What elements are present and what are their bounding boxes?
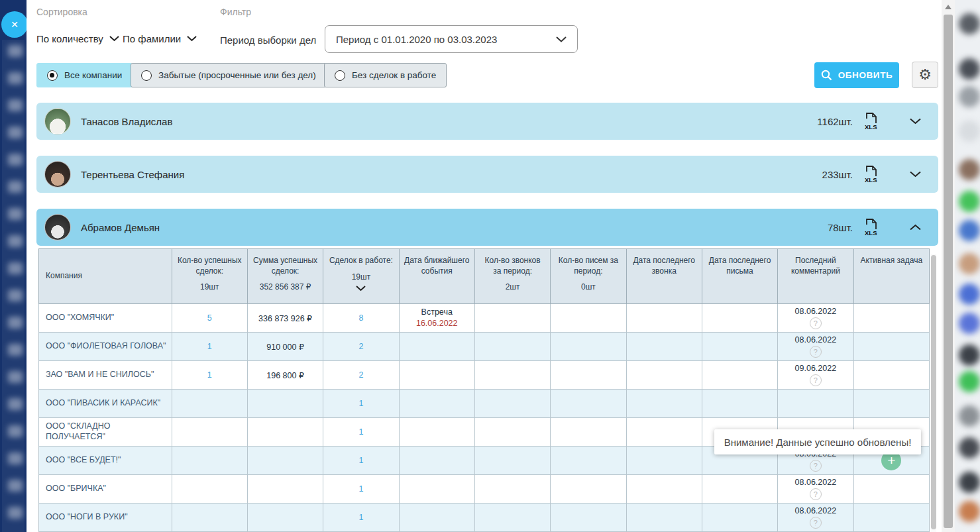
last-comment-cell: 08.06.2022? [778,475,853,504]
sidebar-icon-blurred[interactable] [8,181,23,193]
sidebar-icon-blurred[interactable] [8,371,23,383]
page-scrollbar[interactable] [942,0,955,532]
last-comment-cell: 09.06.2022? [778,361,853,390]
sidebar-icon-blurred[interactable] [8,507,23,519]
sidebar-icon-blurred[interactable] [8,425,23,437]
radio-no-deals[interactable]: Без сделок в работе [324,63,447,87]
comment-info-icon[interactable]: ? [810,517,822,529]
radio-unselected-icon [335,70,345,81]
sidebar-icon-blurred[interactable] [8,99,23,111]
success-count-cell [172,475,247,504]
chevron-down-icon[interactable] [910,118,921,125]
sort-by-surname-value: По фамилии [123,33,181,44]
deals-in-work-cell: 1 [323,418,399,447]
page-scrollbar-thumb[interactable] [944,15,953,528]
sidebar-icon-blurred[interactable] [8,290,23,301]
crm-activity-report-page: × Сортировка Фильтр По количеству По фам… [0,0,980,532]
sidebar-icon-blurred[interactable] [8,317,23,329]
sort-by-count-value: По количеству [36,33,103,44]
sidebar-icon-blurred[interactable] [8,262,23,274]
settings-button[interactable]: ⚙ [912,62,938,88]
sidebar-icon-blurred[interactable] [8,344,23,356]
scroll-up-arrow-icon[interactable] [945,5,952,9]
sidebar-icon-blurred[interactable] [8,208,23,220]
letters-count-cell [551,304,626,333]
blurred-avatar [959,345,980,366]
last-comment-date: 08.06.2022 [782,506,849,515]
sidebar-icon-blurred[interactable] [8,398,23,410]
deals-in-work-link[interactable]: 1 [358,456,363,465]
comment-info-icon[interactable]: ? [810,460,822,472]
manager-row-expanded[interactable]: Абрамов Демьян 78шт. XLS [36,209,938,246]
comment-info-icon[interactable]: ? [810,346,822,358]
deals-in-work-link[interactable]: 2 [358,370,363,380]
table-scrollbar[interactable] [931,254,936,532]
column-total: 2шт [478,282,547,292]
comment-info-icon[interactable]: ? [810,374,822,386]
success-count-cell [172,447,247,475]
refresh-button[interactable]: ОБНОВИТЬ [814,62,899,88]
radio-forgotten[interactable]: Забытые (просроченные или без дел) [131,63,327,87]
sidebar-icon-blurred[interactable] [8,154,23,166]
calls-count-cell [474,361,550,390]
last-call-date-cell [626,418,702,447]
deals-in-work-link[interactable]: 1 [358,484,363,494]
manager-row[interactable]: Танасов Владислав 1162шт. XLS [36,103,938,140]
company-name-cell[interactable]: ООО "ФИОЛЕТОВАЯ ГОЛОВА" [39,333,172,361]
deals-in-work-link[interactable]: 1 [358,427,363,437]
deals-in-work-link[interactable]: 1 [358,513,363,522]
column-header[interactable]: Сделок в работе:19шт [323,249,399,304]
company-name-cell[interactable]: ООО "ПИВАСИК И КАРАСИК" [39,390,172,418]
deals-in-work-link[interactable]: 8 [358,313,363,323]
success-count-link[interactable]: 1 [207,342,212,351]
letters-count-cell [551,447,626,475]
company-name-cell[interactable]: ООО "ВСЕ БУДЕТ!" [39,447,172,475]
period-select[interactable]: Период с 01.01.2020 по 03.03.2023 [325,25,578,53]
company-name-cell[interactable]: ООО "НОГИ В РУКИ" [39,504,172,532]
last-call-date-cell [626,504,702,532]
sort-desc-icon[interactable] [356,286,366,292]
sidebar-icon-blurred[interactable] [8,45,23,57]
sidebar-icon-blurred[interactable] [8,452,23,464]
company-name-cell[interactable]: ЗАО "ВАМ И НЕ СНИЛОСЬ" [39,361,172,390]
sort-by-count-select[interactable]: По количеству [36,33,119,44]
chevron-down-icon[interactable] [910,171,921,178]
company-name-cell[interactable]: ООО "БРИЧКА" [39,475,172,504]
deals-in-work-cell: 2 [323,333,399,361]
comment-info-icon[interactable]: ? [810,488,822,500]
sidebar-icon-blurred[interactable] [8,127,23,138]
calls-count-cell [474,304,550,333]
success-count-link[interactable]: 5 [207,313,212,323]
table-scrollbar-thumb[interactable] [931,255,936,529]
deals-in-work-link[interactable]: 2 [358,342,363,351]
success-count-link[interactable]: 1 [207,370,212,380]
sidebar-icon-blurred[interactable] [8,72,23,84]
success-count-cell [172,504,247,532]
last-call-date-cell [626,390,702,418]
company-name-cell[interactable]: ООО "СКЛАДНО ПОЛУЧАЕТСЯ" [39,418,172,447]
column-header-label: Дата ближайшего события [403,256,471,276]
manager-name: Танасов Владислав [81,116,172,127]
column-header-label: Сделок в работе: [327,256,395,266]
company-name-cell[interactable]: ООО "ХОМЯЧКИ" [39,304,172,333]
last-letter-date-cell [702,475,777,504]
calls-count-cell [474,447,550,475]
close-panel-button[interactable]: × [1,11,28,38]
export-xls-icon[interactable]: XLS [864,219,879,237]
export-xls-icon[interactable]: XLS [864,113,879,131]
deals-count: 233шт. [822,169,853,180]
deals-count: 1162шт. [817,116,853,127]
radio-all-companies[interactable]: Все компании [36,63,133,87]
deals-in-work-link[interactable]: 1 [358,399,363,408]
blurred-avatar [959,121,980,142]
sidebar-icon-blurred[interactable] [8,480,23,492]
next-event-cell [399,475,474,504]
column-header: Кол-во писем за период:0шт [551,249,626,304]
table-row: ООО "БРИЧКА"108.06.2022? [39,475,930,504]
manager-row[interactable]: Терентьева Стефания 233шт. XLS [36,156,938,193]
export-xls-icon[interactable]: XLS [864,166,879,184]
sort-by-surname-select[interactable]: По фамилии [123,33,197,44]
sidebar-icon-blurred[interactable] [8,235,23,247]
comment-info-icon[interactable]: ? [810,317,822,329]
chevron-up-icon[interactable] [910,224,921,231]
